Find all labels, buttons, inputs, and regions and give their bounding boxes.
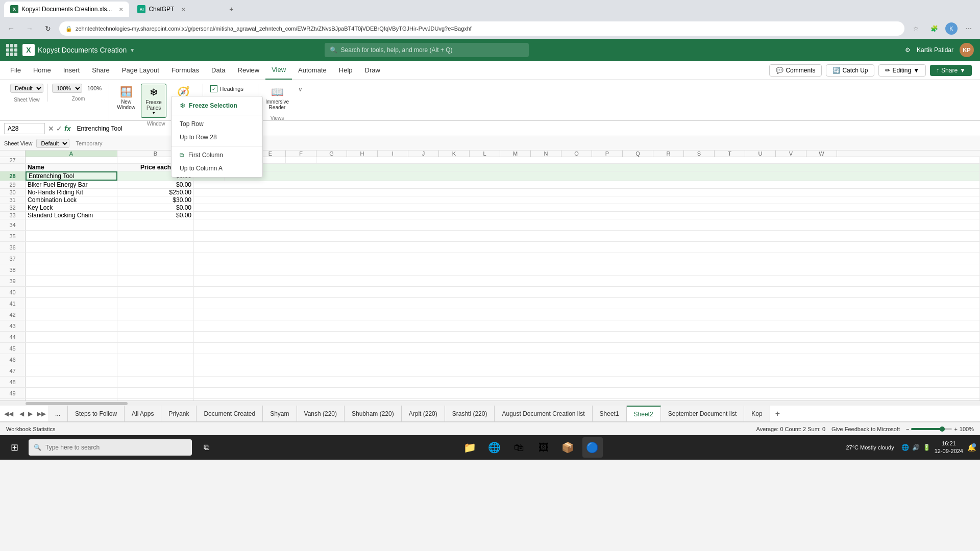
cell-40-a[interactable]: [26, 287, 117, 297]
cell-39-rest[interactable]: [194, 276, 980, 286]
cell-30-rest[interactable]: [194, 189, 980, 196]
settings-button[interactable]: ⋯: [962, 21, 976, 36]
new-tab-button[interactable]: +: [225, 3, 237, 15]
up-to-column-a-item[interactable]: Up to Column A: [172, 162, 262, 175]
cell-43-a[interactable]: [26, 320, 117, 331]
sheet-nav-right[interactable]: ▶▶: [35, 410, 48, 417]
tab-formulas[interactable]: Formulas: [165, 61, 205, 80]
cell-32-a[interactable]: Key Lock: [26, 204, 117, 211]
col-header-s[interactable]: S: [684, 151, 715, 157]
cell-38-rest[interactable]: [194, 264, 980, 275]
cell-43-b[interactable]: [117, 320, 194, 331]
cell-41-rest[interactable]: [194, 298, 980, 309]
cell-48-rest[interactable]: [194, 377, 980, 387]
tab-home[interactable]: Home: [27, 61, 57, 80]
col-header-o[interactable]: O: [561, 151, 592, 157]
taskbar-edge[interactable]: 🌐: [484, 437, 505, 458]
cell-31-a[interactable]: Combination Lock: [26, 196, 117, 204]
battery-icon[interactable]: 🔋: [923, 444, 930, 451]
tab-chatgpt[interactable]: AI ChatGPT ✕: [131, 2, 223, 17]
cell-35-a[interactable]: [26, 231, 117, 241]
tab-page-layout[interactable]: Page Layout: [116, 61, 165, 80]
freeze-panes-button[interactable]: ❄ FreezePanes ▼: [141, 84, 166, 118]
col-header-g[interactable]: G: [316, 151, 347, 157]
sheet-tab-dots[interactable]: ...: [48, 406, 68, 422]
settings-gear-icon[interactable]: ⚙: [905, 46, 911, 54]
app-search[interactable]: 🔍 Search for tools, help, and more (Alt …: [325, 43, 529, 57]
tab-draw[interactable]: Draw: [359, 61, 386, 80]
cell-45-b[interactable]: [117, 343, 194, 354]
cell-header-name[interactable]: Name: [26, 164, 117, 171]
cell-37-rest[interactable]: [194, 253, 980, 264]
share-button[interactable]: ↑ Share ▼: [930, 65, 972, 76]
sheet-tab-vansh[interactable]: Vansh (220): [297, 406, 345, 422]
cell-47-rest[interactable]: [194, 365, 980, 376]
sheet-view-dropdown[interactable]: Default: [36, 139, 69, 148]
cell-29-b[interactable]: $0.00: [117, 181, 194, 188]
cell-33-rest[interactable]: [194, 212, 980, 219]
comments-button[interactable]: 💬 Comments: [769, 64, 822, 77]
sheet-tab-kop[interactable]: Kop: [744, 406, 770, 422]
taskbar-store[interactable]: 🛍: [509, 437, 529, 458]
cell-31-b[interactable]: $30.00: [117, 196, 194, 204]
col-header-r[interactable]: R: [653, 151, 684, 157]
sheet-nav-left[interactable]: ◀◀: [0, 410, 17, 417]
formula-fx-icon[interactable]: fx: [64, 124, 70, 133]
forward-button[interactable]: →: [22, 21, 37, 36]
catchup-button[interactable]: 🔄 Catch Up: [826, 64, 874, 77]
cell-37-a[interactable]: [26, 253, 117, 264]
task-view-button[interactable]: ⧉: [196, 437, 216, 458]
cell-44-rest[interactable]: [194, 332, 980, 342]
cell-34-b[interactable]: [117, 219, 194, 230]
tab-data[interactable]: Data: [205, 61, 231, 80]
cell-36-b[interactable]: [117, 242, 194, 253]
network-icon[interactable]: 🌐: [901, 444, 909, 451]
cell-31-rest[interactable]: [194, 196, 980, 204]
cell-41-a[interactable]: [26, 298, 117, 309]
tab-excel[interactable]: X Kopyst Documents Creation.xls... ✕: [4, 2, 129, 17]
col-header-k[interactable]: K: [439, 151, 470, 157]
add-sheet-button[interactable]: +: [770, 406, 785, 422]
col-header-w[interactable]: W: [806, 151, 837, 157]
cell-44-b[interactable]: [117, 332, 194, 342]
tab-chatgpt-close[interactable]: ✕: [181, 7, 185, 12]
sheet-nav-prev[interactable]: ◀: [17, 410, 26, 417]
sheet-tab-shubham[interactable]: Shubham (220): [345, 406, 402, 422]
cell-32-b[interactable]: $0.00: [117, 204, 194, 211]
sheet-tab-allapps[interactable]: All Apps: [125, 406, 161, 422]
cell-49-rest[interactable]: [194, 388, 980, 398]
cell-header-rest[interactable]: [255, 164, 980, 171]
feedback-link[interactable]: Give Feedback to Microsoft: [831, 426, 900, 432]
sheet-tab-srashti[interactable]: Srashti (220): [445, 406, 495, 422]
cell-46-a[interactable]: [26, 354, 117, 365]
cell-28-a[interactable]: Entrenching Tool: [26, 171, 117, 181]
refresh-button[interactable]: ↻: [41, 21, 55, 36]
new-window-button[interactable]: 🪟 NewWindow: [113, 84, 139, 112]
cell-36-a[interactable]: [26, 242, 117, 253]
cell-47-a[interactable]: [26, 365, 117, 376]
user-avatar[interactable]: KP: [960, 43, 974, 57]
sheet-tab-sheet1[interactable]: Sheet1: [593, 406, 627, 422]
formula-enter-icon[interactable]: ✓: [56, 124, 62, 133]
cell-48-a[interactable]: [26, 377, 117, 387]
headings-checkbox[interactable]: ✓ Headings: [207, 84, 246, 94]
col-header-a[interactable]: A: [26, 151, 117, 157]
sheet-nav-next[interactable]: ▶: [26, 410, 35, 417]
cell-35-b[interactable]: [117, 231, 194, 241]
cell-34-rest[interactable]: [194, 219, 980, 230]
cell-45-a[interactable]: [26, 343, 117, 354]
cell-29-rest[interactable]: [194, 181, 980, 188]
cell-28-rest[interactable]: [255, 171, 980, 181]
sheet-tab-arpit[interactable]: Arpit (220): [402, 406, 445, 422]
cell-50-b[interactable]: [117, 399, 194, 400]
zoom-100-button[interactable]: 100%: [84, 84, 105, 93]
cell-39-a[interactable]: [26, 276, 117, 286]
profile-button[interactable]: K: [945, 22, 958, 35]
cell-36-rest[interactable]: [194, 242, 980, 253]
cell-40-rest[interactable]: [194, 287, 980, 297]
taskbar-photos[interactable]: 🖼: [533, 437, 554, 458]
col-header-m[interactable]: M: [500, 151, 531, 157]
cell-42-rest[interactable]: [194, 309, 980, 320]
sheet-tab-priyank[interactable]: Priyank: [161, 406, 197, 422]
cell-38-a[interactable]: [26, 264, 117, 275]
